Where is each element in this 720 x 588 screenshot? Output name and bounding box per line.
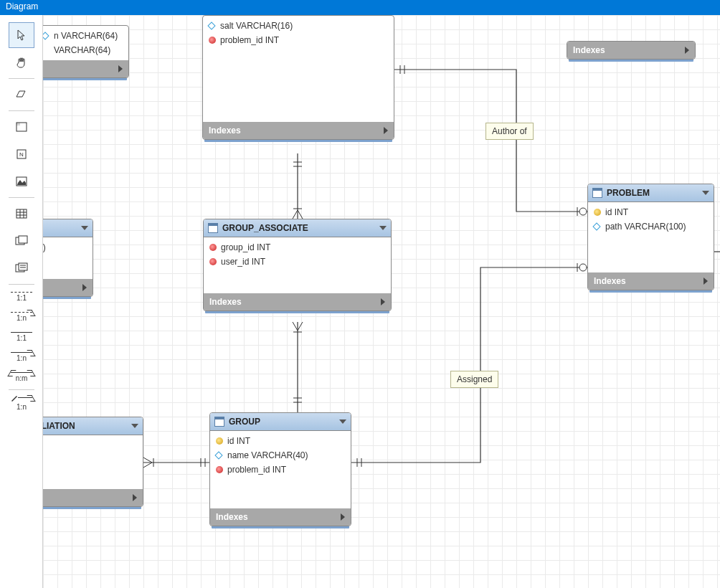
rel-tool-1-n-dashed[interactable]: 1:n	[9, 308, 34, 326]
fk-icon	[209, 244, 217, 251]
svg-rect-5	[16, 209, 27, 218]
pk-icon	[216, 437, 223, 445]
svg-line-35	[143, 463, 152, 468]
svg-line-30	[298, 322, 303, 331]
chevron-down-icon	[702, 191, 709, 195]
expand-icon	[685, 47, 689, 54]
entity-body: n VARCHAR(64) VARCHAR(64)	[37, 26, 128, 60]
svg-line-27	[298, 210, 303, 219]
entity-filiation[interactable]: FILIATION	[29, 417, 143, 507]
indexes-bar[interactable]: Indexes	[210, 508, 351, 526]
column-row[interactable]: path VARCHAR(100)	[588, 219, 714, 234]
svg-rect-11	[19, 236, 27, 243]
entity-indexes-cut[interactable]: Indexes	[567, 41, 696, 60]
diamond-icon	[207, 22, 215, 29]
svg-text:N: N	[19, 151, 24, 158]
rel-label-author-of[interactable]: Author of	[485, 123, 534, 140]
expand-icon	[341, 513, 345, 521]
tool-pointer[interactable]	[9, 22, 34, 48]
expand-icon	[381, 298, 385, 305]
svg-rect-13	[19, 263, 27, 270]
tool-image[interactable]	[9, 169, 34, 194]
entity-header[interactable]: GROUP_ASSOCIATE	[204, 219, 391, 237]
table-icon	[214, 417, 224, 427]
column-row[interactable]: VARCHAR(64)	[37, 43, 128, 57]
indexes-bar[interactable]: Indexes	[588, 272, 714, 290]
tool-divider	[9, 197, 34, 198]
tool-layer[interactable]	[9, 114, 34, 140]
column-row[interactable]: salt VARCHAR(16)	[203, 19, 394, 33]
tool-divider	[9, 78, 34, 79]
tab-header[interactable]: Diagram	[0, 0, 720, 15]
fk-icon	[216, 466, 223, 473]
svg-point-22	[579, 264, 587, 271]
entity-salt[interactable]: salt VARCHAR(16) problem_id INT Indexes	[202, 15, 394, 140]
column-row[interactable]: problem_id INT	[203, 33, 394, 47]
entity-group[interactable]: GROUP id INT name VARCHAR(40) problem_id…	[209, 412, 351, 526]
chevron-down-icon	[339, 419, 346, 424]
toolbar: N 1:1 1:n 1:1 1:n	[0, 15, 43, 588]
svg-line-26	[293, 210, 298, 219]
diamond-icon	[214, 451, 222, 459]
expand-icon	[133, 494, 137, 501]
fk-icon	[209, 258, 217, 265]
tool-divider	[9, 284, 34, 285]
table-icon	[592, 188, 602, 198]
entity-user-cut[interactable]: n VARCHAR(64) VARCHAR(64)	[36, 25, 129, 78]
tool-table[interactable]	[9, 201, 34, 227]
fk-icon	[209, 37, 216, 44]
chevron-down-icon	[379, 226, 387, 230]
tool-view[interactable]	[9, 228, 34, 254]
column-row[interactable]: id INT	[588, 205, 714, 219]
column-row[interactable]: name VARCHAR(40)	[210, 448, 351, 463]
main-area: N 1:1 1:n 1:1 1:n	[0, 15, 720, 588]
indexes-bar[interactable]: Indexes	[203, 122, 394, 139]
rel-tool-1-1-dashed[interactable]: 1:1	[9, 288, 34, 306]
rel-tool-n-m[interactable]: n:m	[9, 368, 34, 387]
entity-problem[interactable]: PROBLEM id INT path VARCHAR(100) Indexes	[587, 184, 714, 290]
column-row[interactable]: n VARCHAR(64)	[37, 29, 128, 43]
entity-body: id INT path VARCHAR(100)	[588, 202, 714, 272]
table-icon	[208, 223, 218, 233]
column-row[interactable]: id INT	[210, 434, 351, 448]
pk-icon	[594, 209, 601, 216]
tool-hand[interactable]	[9, 49, 34, 75]
tool-note[interactable]: N	[9, 141, 34, 167]
tab-label: Diagram	[6, 1, 38, 11]
column-row[interactable]: group_id INT	[204, 240, 391, 255]
rel-label-assigned[interactable]: Assigned	[450, 371, 498, 388]
tool-eraser[interactable]	[9, 82, 34, 108]
rel-tool-1-n[interactable]: 1:n	[9, 348, 34, 366]
chevron-down-icon	[81, 226, 88, 230]
column-row[interactable]: problem_id INT	[210, 463, 351, 477]
entity-body: salt VARCHAR(16) problem_id INT	[203, 16, 394, 122]
entity-body: id INT name VARCHAR(40) problem_id INT	[210, 431, 351, 508]
diamond-icon	[592, 222, 600, 230]
entity-body	[29, 435, 143, 489]
entity-header[interactable]: FILIATION	[29, 417, 143, 435]
tool-divider	[9, 389, 34, 390]
entity-header[interactable]: PROBLEM	[588, 184, 714, 202]
expand-icon	[704, 278, 708, 285]
expand-icon	[82, 284, 87, 291]
diagram-canvas[interactable]: Author of Assigned n VARCHAR(64) VARCHAR…	[43, 15, 720, 588]
chevron-down-icon	[131, 424, 138, 428]
expand-icon	[118, 65, 123, 72]
rel-tool-1-1[interactable]: 1:1	[9, 328, 34, 346]
tool-divider	[9, 110, 34, 111]
rel-tool-pencil-1-n[interactable]: 1:n	[9, 393, 34, 412]
entity-group-associate[interactable]: GROUP_ASSOCIATE group_id INT user_id INT…	[203, 219, 392, 311]
svg-rect-1	[16, 123, 20, 125]
indexes-bar[interactable]	[37, 60, 128, 77]
indexes-bar[interactable]	[29, 489, 143, 506]
entity-header[interactable]: GROUP	[210, 413, 351, 431]
expand-icon	[384, 127, 388, 134]
indexes-bar[interactable]: Indexes	[204, 293, 391, 310]
entity-body: group_id INT user_id INT	[204, 237, 391, 293]
tool-routine[interactable]	[9, 255, 34, 281]
svg-line-34	[143, 457, 152, 463]
indexes-bar[interactable]: Indexes	[567, 42, 695, 59]
column-row[interactable]: user_id INT	[204, 255, 391, 269]
svg-point-18	[579, 208, 587, 215]
svg-line-29	[293, 322, 298, 331]
